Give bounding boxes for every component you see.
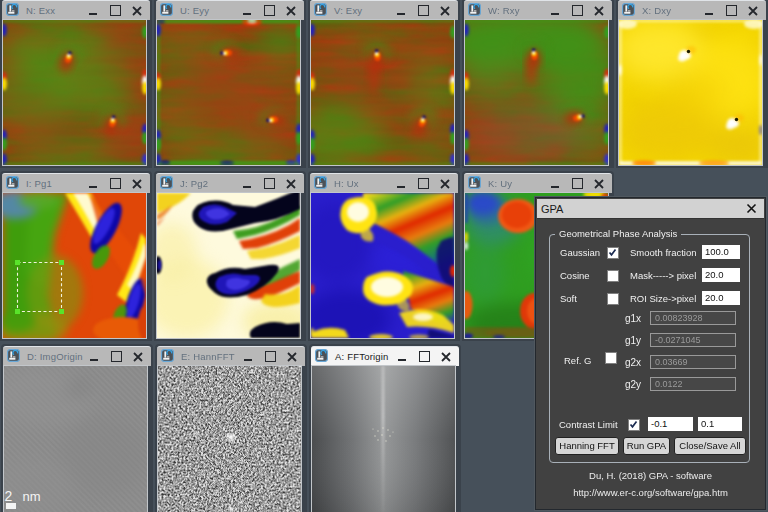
- svg-text:2: 2: [5, 488, 13, 504]
- svg-text:nm: nm: [23, 489, 41, 504]
